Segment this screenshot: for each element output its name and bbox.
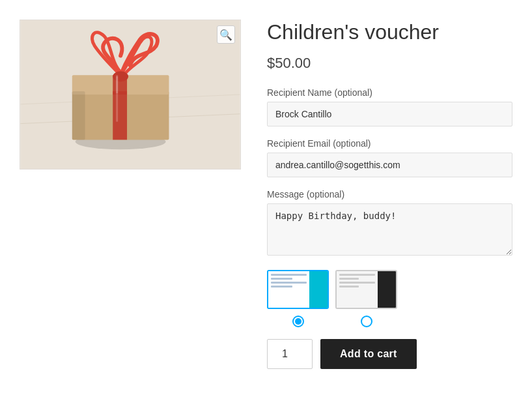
radio-container-1 (267, 316, 329, 327)
product-image-wrapper: 🔍 (20, 20, 241, 170)
add-to-cart-row: Add to cart (267, 339, 512, 369)
message-textarea[interactable] (267, 203, 512, 256)
product-image (20, 20, 240, 169)
recipient-name-input[interactable] (267, 102, 512, 126)
product-price: $50.00 (267, 55, 512, 72)
radio-design-2[interactable] (361, 316, 372, 327)
recipient-name-group: Recipient Name (optional) (267, 87, 512, 126)
message-label: Message (optional) (267, 189, 512, 200)
product-title: Children's voucher (267, 20, 512, 44)
quantity-input[interactable] (267, 339, 313, 369)
recipient-email-label: Recipient Email (optional) (267, 138, 512, 149)
radio-design-1[interactable] (292, 316, 304, 327)
product-details-section: Children's voucher $50.00 Recipient Name… (267, 20, 512, 369)
recipient-email-group: Recipient Email (optional) (267, 138, 512, 177)
voucher-designs (267, 270, 512, 309)
zoom-icon[interactable]: 🔍 (217, 25, 235, 44)
svg-rect-11 (116, 75, 118, 93)
voucher-design-1[interactable] (267, 270, 329, 309)
add-to-cart-button[interactable]: Add to cart (320, 339, 417, 369)
product-image-section: 🔍 (20, 20, 241, 369)
voucher-design-2[interactable] (335, 270, 397, 309)
recipient-email-input[interactable] (267, 153, 512, 177)
product-container: 🔍 Children's voucher $50.00 Recipient Na… (20, 13, 512, 369)
design-radio-group (267, 316, 512, 327)
recipient-name-label: Recipient Name (optional) (267, 87, 512, 98)
svg-point-9 (113, 71, 128, 81)
radio-container-2 (335, 316, 397, 327)
message-group: Message (optional) (267, 189, 512, 258)
svg-rect-7 (113, 91, 127, 140)
svg-rect-6 (72, 91, 85, 140)
